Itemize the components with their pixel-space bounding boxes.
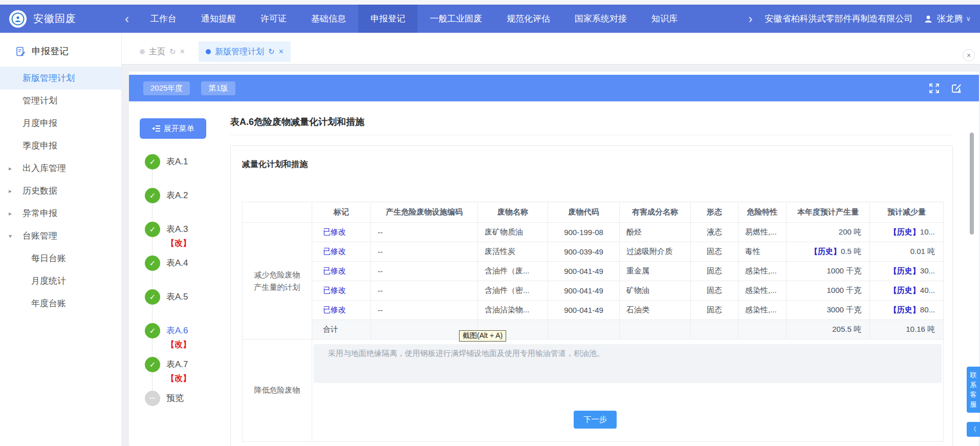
table-cell: 已修改 bbox=[312, 242, 371, 262]
edit-cancel-icon[interactable] bbox=[950, 82, 963, 94]
table-cell: 0.01 吨 bbox=[870, 242, 944, 262]
step-item[interactable]: ✓表A.2 bbox=[140, 188, 230, 222]
step-text: 表A.6【改】 bbox=[166, 323, 191, 350]
step-label[interactable]: 预览 bbox=[166, 391, 184, 406]
table-cell: -- bbox=[371, 281, 478, 301]
step-item[interactable]: ✓表A.3【改】 bbox=[140, 222, 230, 256]
step-label[interactable]: 表A.4 bbox=[166, 256, 188, 271]
table-cell: 【历史】30... bbox=[870, 262, 944, 281]
total-empty-cell bbox=[691, 320, 738, 339]
sidebar-item[interactable]: 年度台账 bbox=[0, 292, 121, 315]
arrow-collapsed-icon[interactable]: ▸ bbox=[9, 157, 12, 180]
sidebar-item[interactable]: 月度统计 bbox=[0, 270, 121, 292]
arrow-expanded-icon[interactable]: ▾ bbox=[9, 225, 12, 247]
page-tab[interactable]: 新版管理计划↻× bbox=[199, 41, 291, 62]
fullscreen-icon[interactable] bbox=[928, 82, 940, 94]
table-corner-cell bbox=[243, 202, 312, 223]
top-nav-item[interactable]: 一般工业固废 bbox=[418, 5, 494, 33]
table-row: 减少危险废物产生量的计划已修改--废矿物质油900-199-08酚烃液态易燃性,… bbox=[243, 223, 944, 242]
step-item[interactable]: ✓表A.1 bbox=[140, 154, 230, 188]
user-avatar-icon bbox=[924, 14, 933, 24]
sidebar-item[interactable]: ▾台账管理 bbox=[0, 225, 121, 247]
step-label[interactable]: 表A.6 bbox=[166, 323, 191, 338]
modified-link[interactable]: 已修改 bbox=[323, 227, 346, 236]
total-row: 合计205.5 吨10.16 吨 bbox=[243, 320, 944, 339]
table-cell: 1000 千克 bbox=[787, 262, 870, 281]
sidebar-item[interactable]: ▸出入库管理 bbox=[0, 157, 121, 180]
sidebar-item[interactable]: ▸异常申报 bbox=[0, 202, 121, 225]
user-name[interactable]: 张龙腾 bbox=[937, 13, 963, 25]
top-nav-item[interactable]: 通知提醒 bbox=[189, 5, 248, 33]
step-text: 表A.4 bbox=[166, 256, 188, 271]
top-nav-item[interactable]: 规范化评估 bbox=[494, 5, 562, 33]
sidebar-item-label: 管理计划 bbox=[23, 96, 57, 105]
arrow-collapsed-icon[interactable]: ▸ bbox=[9, 180, 12, 202]
next-step-button[interactable]: 下一步 bbox=[574, 411, 617, 429]
step-label[interactable]: 表A.3 bbox=[166, 222, 191, 237]
step-text: 表A.2 bbox=[166, 188, 188, 203]
tab-label: 新版管理计划 bbox=[215, 47, 264, 57]
tab-refresh-icon[interactable]: ↻ bbox=[169, 47, 176, 56]
step-label[interactable]: 表A.2 bbox=[166, 188, 188, 203]
nav-scroll-right-icon[interactable]: › bbox=[748, 12, 752, 26]
arrow-collapsed-icon[interactable]: ▸ bbox=[9, 202, 12, 225]
company-name[interactable]: 安徽省柏科洪武零部件再制造有限公司 bbox=[765, 13, 912, 25]
table-cell: 【历史】40... bbox=[870, 281, 944, 301]
page-tab[interactable]: 主页↻× bbox=[133, 41, 192, 62]
table-row: 已修改--废活性炭900-039-49过滤吸附介质固态毒性【历史】0.5 吨0.… bbox=[243, 242, 944, 262]
main-area: 主页↻×新版管理计划↻× × 2025年度 第1版 bbox=[122, 33, 980, 446]
app-logo bbox=[9, 10, 27, 28]
vertical-scrollbar[interactable] bbox=[970, 133, 974, 235]
sidebar-item-label: 台账管理 bbox=[23, 231, 57, 241]
step-item[interactable]: ✓表A.5 bbox=[140, 289, 230, 323]
table-cell: 液态 bbox=[691, 223, 738, 242]
user-menu-caret-icon[interactable]: ∨ bbox=[966, 15, 971, 23]
table-cell: 【历史】0.5 吨 bbox=[787, 242, 870, 262]
top-nav-item[interactable]: 知识库 bbox=[639, 5, 690, 33]
top-nav-item[interactable]: 国家系统对接 bbox=[562, 5, 639, 33]
table-cell: 固态 bbox=[691, 281, 738, 301]
modified-link[interactable]: 已修改 bbox=[323, 305, 346, 314]
expand-menu-label: 展开菜单 bbox=[164, 124, 194, 134]
measures-textarea[interactable]: 采用与地面绝缘隔离，使用钢板进行满焊铺设地面及使用专用输油管道，积油池。 bbox=[314, 344, 942, 383]
sidebar-header: 申报登记 bbox=[0, 33, 121, 67]
total-empty-cell bbox=[548, 320, 620, 339]
step-item[interactable]: •••预览 bbox=[140, 391, 230, 424]
sidebar-item[interactable]: ▸历史数据 bbox=[0, 180, 121, 202]
table-cell: 200 吨 bbox=[787, 223, 870, 242]
sidebar-item[interactable]: 管理计划 bbox=[0, 90, 121, 112]
step-item[interactable]: ✓表A.6【改】 bbox=[140, 323, 230, 357]
top-nav-item[interactable]: 基础信息 bbox=[299, 5, 358, 33]
sidebar-item[interactable]: 每日台账 bbox=[0, 247, 121, 270]
step-label[interactable]: 表A.7 bbox=[166, 357, 191, 372]
collapse-service-button[interactable]: 《 bbox=[967, 422, 980, 437]
modified-link[interactable]: 已修改 bbox=[323, 266, 346, 275]
sidebar-item[interactable]: 季度申报 bbox=[0, 135, 121, 157]
reduce-harm-cell: 采用与地面绝缘隔离，使用钢板进行满焊铺设地面及使用专用输油管道，积油池。 bbox=[312, 339, 944, 442]
expand-menu-button[interactable]: 展开菜单 bbox=[140, 118, 206, 139]
step-item[interactable]: ✓表A.4 bbox=[140, 256, 230, 289]
step-label[interactable]: 表A.1 bbox=[166, 154, 188, 169]
sidebar-item[interactable]: 月度申报 bbox=[0, 112, 121, 135]
top-nav-item[interactable]: 工作台 bbox=[138, 5, 189, 33]
sidebar-item-label: 异常申报 bbox=[23, 208, 57, 218]
modified-link[interactable]: 已修改 bbox=[323, 247, 346, 256]
table-cell: 矿物油 bbox=[620, 281, 691, 301]
top-nav-item[interactable]: 许可证 bbox=[248, 5, 299, 33]
version-badge: 第1版 bbox=[201, 81, 235, 95]
step-label[interactable]: 表A.5 bbox=[166, 289, 188, 305]
app-title: 安徽固废 bbox=[33, 12, 76, 26]
tab-status-dot bbox=[206, 49, 211, 54]
sidebar-item-label: 出入库管理 bbox=[23, 163, 66, 173]
column-header: 有害成分名称 bbox=[620, 202, 691, 223]
close-all-tabs-icon[interactable]: × bbox=[963, 49, 975, 61]
top-nav-item[interactable]: 申报登记 bbox=[358, 5, 418, 33]
tab-refresh-icon[interactable]: ↻ bbox=[268, 47, 275, 56]
customer-service-button[interactable]: 联系客服 bbox=[967, 367, 980, 413]
tab-close-icon[interactable]: × bbox=[180, 47, 185, 56]
tab-close-icon[interactable]: × bbox=[279, 47, 284, 56]
step-item[interactable]: ✓表A.7【改】 bbox=[140, 357, 230, 391]
nav-collapse-left-icon[interactable]: ‹ bbox=[125, 6, 129, 32]
modified-link[interactable]: 已修改 bbox=[323, 286, 346, 294]
sidebar-item[interactable]: 新版管理计划 bbox=[0, 67, 121, 90]
